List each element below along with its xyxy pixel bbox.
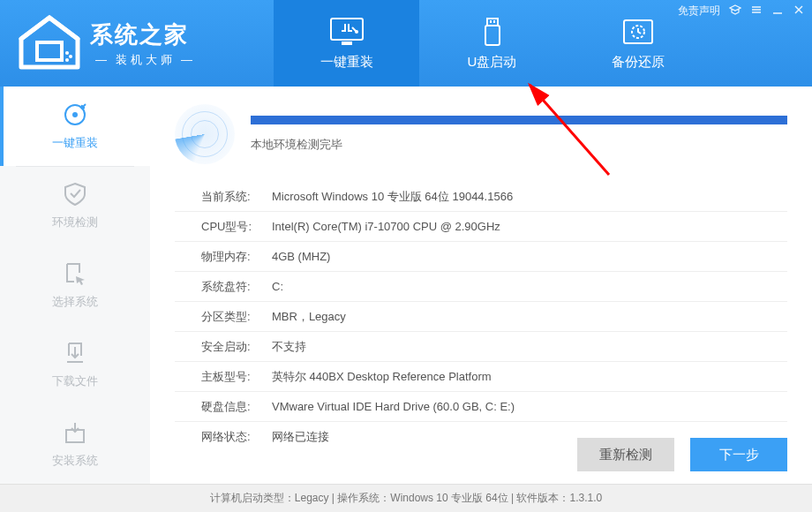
body: 一键重装 环境检测 选择系统 下载文件 安装系统 本地环境检测完毕 当前 <box>0 87 812 484</box>
system-info-list: 当前系统:Microsoft Windows 10 专业版 64位 19044.… <box>175 182 787 452</box>
install-icon <box>62 419 88 446</box>
svg-rect-4 <box>331 19 363 40</box>
svg-point-1 <box>65 51 69 55</box>
progress-bar <box>251 116 787 124</box>
svg-point-20 <box>72 112 78 117</box>
monitor-icon <box>329 17 365 47</box>
tab-label: U盘启动 <box>468 54 517 71</box>
usb-icon <box>475 17 510 47</box>
info-value: 英特尔 440BX Desktop Reference Platform <box>272 369 492 385</box>
sidebar-item-label: 选择系统 <box>52 294 98 310</box>
sidebar-item-select-system[interactable]: 选择系统 <box>0 245 150 325</box>
recheck-button[interactable]: 重新检测 <box>577 438 674 471</box>
disclaimer-link[interactable]: 免责声明 <box>678 4 720 19</box>
radar-icon <box>175 104 235 164</box>
info-label: 当前系统: <box>201 189 272 205</box>
info-row-disk: 硬盘信息:VMware Virtual IDE Hard Drive (60.0… <box>175 392 787 422</box>
info-value: 网络已连接 <box>272 429 329 445</box>
info-row-partition: 分区类型:MBR，Legacy <box>175 302 787 332</box>
logo-icon <box>16 14 83 72</box>
window-controls: 免责声明 <box>678 4 805 19</box>
info-label: CPU型号: <box>201 219 272 235</box>
sidebar-item-label: 一键重装 <box>52 135 98 151</box>
sidebar-item-download[interactable]: 下载文件 <box>0 325 150 404</box>
tab-label: 一键重装 <box>320 54 373 71</box>
info-value: Intel(R) Core(TM) i7-10700 CPU @ 2.90GHz <box>272 220 500 233</box>
info-row-memory: 物理内存:4GB (MHZ) <box>175 242 787 272</box>
info-value: C: <box>272 280 283 293</box>
svg-rect-7 <box>487 19 498 26</box>
status-bar: 计算机启动类型：Legacy | 操作系统：Windows 10 专业版 64位… <box>0 484 812 512</box>
info-label: 硬盘信息: <box>201 399 272 415</box>
settings-icon[interactable] <box>750 4 763 19</box>
info-row-drive: 系统盘符:C: <box>175 272 787 302</box>
select-icon <box>62 260 88 287</box>
target-icon <box>62 102 88 128</box>
info-value: 4GB (MHZ) <box>272 250 330 263</box>
info-row-motherboard: 主板型号:英特尔 440BX Desktop Reference Platfor… <box>175 362 787 392</box>
sidebar-item-label: 环境检测 <box>52 215 98 230</box>
svg-rect-8 <box>490 20 492 23</box>
sidebar-item-label: 下载文件 <box>52 373 98 389</box>
sidebar-item-reinstall[interactable]: 一键重装 <box>0 87 150 166</box>
svg-point-2 <box>69 55 72 58</box>
sidebar-item-label: 安装系统 <box>52 453 98 469</box>
svg-point-6 <box>355 30 358 34</box>
info-label: 安全启动: <box>201 339 272 355</box>
svg-rect-5 <box>342 41 352 45</box>
info-label: 网络状态: <box>201 429 272 445</box>
info-label: 分区类型: <box>201 309 272 325</box>
sidebar-active-indicator <box>0 87 4 166</box>
header: 系统之家 装机大师 一键重装 U盘启动 备份还原 免责声明 <box>0 0 812 87</box>
svg-rect-10 <box>485 26 500 45</box>
minimize-icon[interactable] <box>771 4 784 19</box>
graduation-icon[interactable] <box>729 4 741 19</box>
info-row-cpu: CPU型号:Intel(R) Core(TM) i7-10700 CPU @ 2… <box>175 212 787 242</box>
info-value: MBR，Legacy <box>272 309 346 325</box>
download-icon <box>62 340 88 366</box>
info-value: VMware Virtual IDE Hard Drive (60.0 GB, … <box>272 400 515 413</box>
info-label: 物理内存: <box>201 249 272 265</box>
scan-status-text: 本地环境检测完毕 <box>251 137 787 153</box>
info-label: 系统盘符: <box>201 279 272 295</box>
tab-label: 备份还原 <box>612 54 665 71</box>
sidebar-item-env-check[interactable]: 环境检测 <box>0 166 150 245</box>
progress-area: 本地环境检测完毕 <box>251 116 787 153</box>
next-button[interactable]: 下一步 <box>690 438 787 471</box>
content: 本地环境检测完毕 当前系统:Microsoft Windows 10 专业版 6… <box>150 87 812 484</box>
shield-icon <box>62 181 88 207</box>
svg-rect-0 <box>37 42 62 60</box>
tab-usb-boot[interactable]: U盘启动 <box>419 0 565 87</box>
info-row-os: 当前系统:Microsoft Windows 10 专业版 64位 19044.… <box>175 182 787 212</box>
close-icon[interactable] <box>793 4 805 19</box>
action-buttons: 重新检测 下一步 <box>577 438 787 471</box>
sidebar-item-install[interactable]: 安装系统 <box>0 404 150 484</box>
scan-row: 本地环境检测完毕 <box>175 104 787 164</box>
backup-icon <box>620 17 656 47</box>
tab-reinstall[interactable]: 一键重装 <box>274 0 419 87</box>
logo-area: 系统之家 装机大师 <box>0 0 274 87</box>
info-label: 主板型号: <box>201 369 272 385</box>
info-value: 不支持 <box>272 339 306 355</box>
sidebar: 一键重装 环境检测 选择系统 下载文件 安装系统 <box>0 87 150 484</box>
app-subtitle: 装机大师 <box>90 52 201 68</box>
info-row-secureboot: 安全启动:不支持 <box>175 332 787 362</box>
app-title: 系统之家 <box>90 19 201 50</box>
svg-point-3 <box>65 58 69 62</box>
info-value: Microsoft Windows 10 专业版 64位 19044.1566 <box>272 189 513 205</box>
sidebar-separator <box>16 166 134 167</box>
svg-rect-9 <box>493 20 495 23</box>
